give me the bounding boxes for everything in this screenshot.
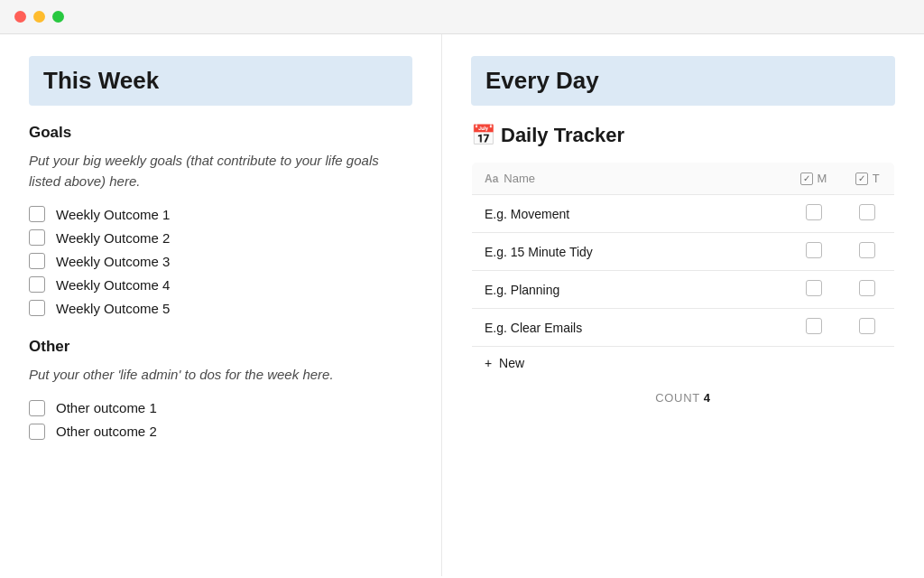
- table-row: E.g. Movement: [472, 195, 895, 233]
- minimize-button[interactable]: [33, 11, 45, 23]
- main-content: This Week Goals Put your big weekly goal…: [0, 34, 924, 576]
- tracker-title-text: Daily Tracker: [501, 124, 624, 147]
- list-item[interactable]: Other outcome 1: [29, 400, 412, 416]
- list-item[interactable]: Weekly Outcome 2: [29, 229, 412, 246]
- tidy-monday-checkbox[interactable]: [806, 242, 822, 258]
- this-week-panel: This Week Goals Put your big weekly goal…: [0, 34, 442, 576]
- weekly-outcome-1-checkbox[interactable]: [29, 206, 45, 222]
- weekly-outcome-1-label: Weekly Outcome 1: [56, 207, 170, 222]
- row-name-movement: E.g. Movement: [472, 195, 787, 233]
- th-tuesday: ✓ T: [841, 163, 895, 195]
- other-list: Other outcome 1 Other outcome 2: [29, 400, 412, 440]
- aa-icon: Aa: [485, 172, 498, 185]
- table-row: E.g. Clear Emails: [472, 309, 895, 347]
- weekly-outcome-3-label: Weekly Outcome 3: [56, 254, 170, 269]
- list-item[interactable]: Other outcome 2: [29, 424, 412, 440]
- other-section: Other Put your other 'life admin' to dos…: [29, 338, 412, 440]
- tracker-title: 📅 Daily Tracker: [471, 124, 895, 147]
- row-name-planning: E.g. Planning: [472, 271, 787, 309]
- row-t-emails[interactable]: [841, 309, 895, 347]
- count-row: COUNT 4: [471, 380, 895, 415]
- movement-monday-checkbox[interactable]: [806, 204, 822, 220]
- weekly-outcome-5-checkbox[interactable]: [29, 300, 45, 316]
- weekly-outcome-4-label: Weekly Outcome 4: [56, 277, 170, 293]
- list-item[interactable]: Weekly Outcome 1: [29, 206, 412, 222]
- tidy-tuesday-checkbox[interactable]: [859, 242, 875, 258]
- count-value: 4: [704, 391, 711, 405]
- other-outcome-2-checkbox[interactable]: [29, 424, 45, 440]
- daily-tracker-table: Aa Name ✓ M ✓: [471, 162, 895, 380]
- th-monday-label: M: [818, 172, 827, 185]
- checkbox-icon: ✓: [800, 172, 813, 185]
- weekly-outcome-5-label: Weekly Outcome 5: [56, 301, 170, 316]
- daily-tracker-section: 📅 Daily Tracker Aa Name: [471, 124, 895, 415]
- th-name: Aa Name: [472, 163, 787, 195]
- row-t-planning[interactable]: [841, 271, 895, 309]
- add-new-button[interactable]: + New: [472, 347, 895, 380]
- emails-monday-checkbox[interactable]: [806, 318, 822, 334]
- th-monday: ✓ M: [787, 163, 841, 195]
- row-m-emails[interactable]: [787, 309, 841, 347]
- planning-monday-checkbox[interactable]: [806, 280, 822, 296]
- weekly-outcome-4-checkbox[interactable]: [29, 276, 45, 293]
- row-m-tidy[interactable]: [787, 233, 841, 271]
- add-new-label: New: [499, 356, 524, 370]
- weekly-outcome-2-checkbox[interactable]: [29, 229, 45, 246]
- window-chrome: [0, 0, 924, 34]
- other-heading: Other: [29, 338, 412, 356]
- other-outcome-1-label: Other outcome 1: [56, 400, 157, 415]
- other-description: Put your other 'life admin' to dos for t…: [29, 365, 412, 386]
- every-day-title: Every Day: [471, 56, 895, 106]
- checkbox-icon: ✓: [855, 172, 868, 185]
- th-name-label: Name: [504, 172, 535, 185]
- row-t-movement[interactable]: [841, 195, 895, 233]
- maximize-button[interactable]: [52, 11, 64, 23]
- row-m-planning[interactable]: [787, 271, 841, 309]
- table-header-row: Aa Name ✓ M ✓: [472, 163, 895, 195]
- row-name-emails: E.g. Clear Emails: [472, 309, 787, 347]
- list-item[interactable]: Weekly Outcome 3: [29, 253, 412, 269]
- other-outcome-1-checkbox[interactable]: [29, 400, 45, 416]
- movement-tuesday-checkbox[interactable]: [859, 204, 875, 220]
- table-row: E.g. Planning: [472, 271, 895, 309]
- this-week-title: This Week: [29, 56, 412, 106]
- th-tuesday-label: T: [873, 172, 880, 185]
- row-t-tidy[interactable]: [841, 233, 895, 271]
- goals-heading: Goals: [29, 124, 412, 142]
- list-item[interactable]: Weekly Outcome 4: [29, 276, 412, 293]
- emails-tuesday-checkbox[interactable]: [859, 318, 875, 334]
- add-new-row[interactable]: + New: [472, 347, 895, 380]
- weekly-outcome-3-checkbox[interactable]: [29, 253, 45, 269]
- table-row: E.g. 15 Minute Tidy: [472, 233, 895, 271]
- every-day-panel: Every Day 📅 Daily Tracker Aa Name: [442, 34, 924, 576]
- weekly-outcome-2-label: Weekly Outcome 2: [56, 230, 170, 246]
- row-name-tidy: E.g. 15 Minute Tidy: [472, 233, 787, 271]
- other-outcome-2-label: Other outcome 2: [56, 424, 157, 439]
- close-button[interactable]: [14, 11, 26, 23]
- count-label: COUNT: [655, 391, 699, 405]
- goals-description: Put your big weekly goals (that contribu…: [29, 151, 412, 191]
- goals-list: Weekly Outcome 1 Weekly Outcome 2 Weekly…: [29, 206, 412, 316]
- list-item[interactable]: Weekly Outcome 5: [29, 300, 412, 316]
- tracker-emoji: 📅: [471, 124, 495, 147]
- plus-icon: +: [485, 356, 492, 370]
- goals-section: Goals Put your big weekly goals (that co…: [29, 124, 412, 316]
- planning-tuesday-checkbox[interactable]: [859, 280, 875, 296]
- row-m-movement[interactable]: [787, 195, 841, 233]
